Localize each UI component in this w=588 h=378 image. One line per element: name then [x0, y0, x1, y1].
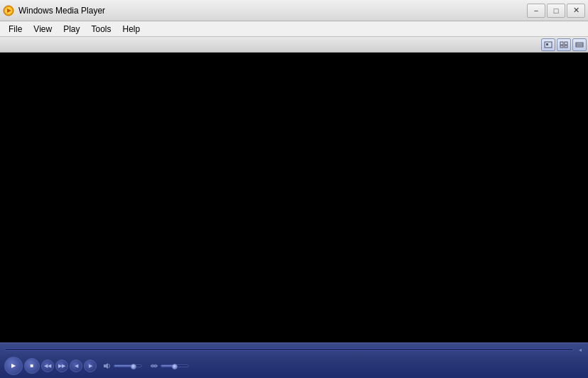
menu-play[interactable]: Play [58, 23, 85, 36]
forward-button[interactable]: ▶ [84, 360, 97, 372]
volume-icon[interactable] [102, 360, 113, 372]
menu-view[interactable]: View [28, 23, 58, 36]
play-button[interactable]: ▶ [4, 357, 23, 375]
prev-button[interactable]: ◀◀ [41, 360, 54, 372]
svg-rect-4 [546, 43, 548, 45]
svg-rect-8 [565, 45, 567, 48]
rewind-icon: ◀ [75, 363, 78, 369]
close-button[interactable]: ✕ [567, 4, 585, 18]
play-icon: ▶ [11, 362, 16, 369]
svg-point-15 [154, 364, 157, 367]
toolbar-icon-1[interactable] [541, 38, 555, 51]
balance-slider[interactable] [160, 364, 189, 367]
menu-bar: File View Play Tools Help [0, 21, 588, 37]
svg-rect-5 [560, 42, 563, 45]
minimize-button[interactable]: − [527, 4, 545, 18]
svg-rect-9 [576, 43, 583, 47]
volume-thumb[interactable] [131, 364, 136, 369]
balance-control [148, 360, 189, 372]
seek-area: ◂ [0, 346, 588, 353]
next-icon: ▶▶ [58, 363, 65, 369]
window-controls: − □ ✕ [527, 4, 585, 18]
toolbar-icon-3[interactable] [572, 38, 587, 51]
title-text: Windows Media Player [18, 6, 527, 16]
controls-row: ▶ ■ ◀◀ ▶▶ ◀ ▶ [0, 353, 588, 378]
toolbar-icon-2[interactable] [557, 38, 571, 51]
menu-help[interactable]: Help [117, 23, 146, 36]
seek-bar[interactable] [4, 348, 574, 351]
stop-button[interactable]: ■ [24, 358, 40, 374]
menu-file[interactable]: File [3, 23, 28, 36]
toolbar-strip [0, 37, 588, 53]
menu-tools[interactable]: Tools [85, 23, 116, 36]
right-indicator: ◂ [577, 346, 584, 353]
volume-slider[interactable] [114, 364, 142, 367]
maximize-button[interactable]: □ [547, 4, 565, 18]
video-area [0, 53, 588, 342]
title-bar: Windows Media Player − □ ✕ [0, 0, 588, 21]
app-icon [3, 5, 14, 16]
rewind-button[interactable]: ◀ [70, 360, 82, 372]
balance-thumb[interactable] [172, 364, 178, 369]
next-button[interactable]: ▶▶ [55, 360, 68, 372]
forward-icon: ▶ [89, 363, 92, 369]
svg-marker-12 [104, 363, 108, 369]
volume-control [101, 360, 142, 372]
stop-icon: ■ [31, 362, 34, 369]
svg-point-14 [151, 364, 154, 367]
prev-icon: ◀◀ [44, 363, 51, 369]
control-bar: ◂ ▶ ■ ◀◀ ▶▶ ◀ ▶ [0, 342, 588, 378]
svg-rect-6 [565, 42, 567, 45]
svg-rect-7 [560, 45, 563, 48]
balance-icon[interactable] [148, 360, 160, 372]
